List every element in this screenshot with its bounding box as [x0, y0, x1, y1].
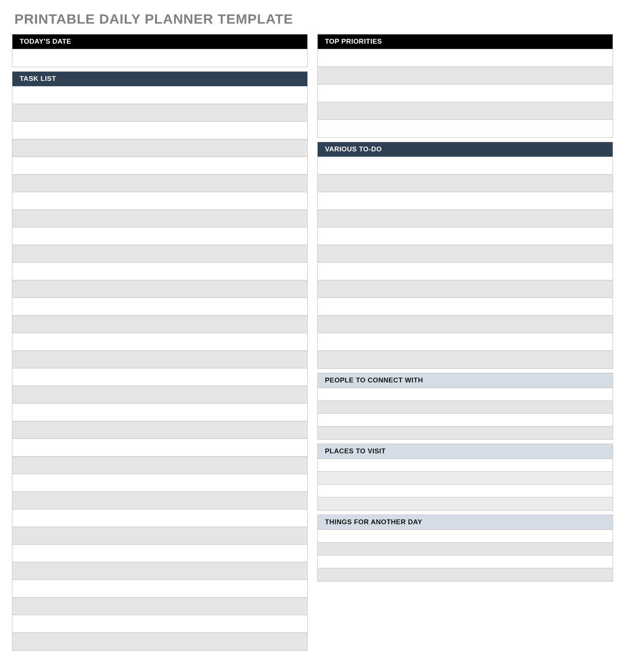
left-column: TODAY'S DATE TASK LIST	[12, 34, 308, 651]
top-priorities-section: TOP PRIORITIES	[317, 34, 613, 138]
task-row[interactable]	[12, 122, 307, 139]
planner-columns: TODAY'S DATE TASK LIST	[12, 34, 613, 651]
task-row[interactable]	[12, 404, 307, 421]
task-row[interactable]	[12, 210, 307, 227]
todo-row[interactable]	[318, 351, 613, 368]
another-day-row[interactable]	[318, 568, 613, 581]
priority-row[interactable]	[318, 85, 613, 102]
todo-row[interactable]	[318, 316, 613, 333]
top-priorities-header: TOP PRIORITIES	[318, 34, 613, 49]
task-row[interactable]	[12, 598, 307, 615]
task-row[interactable]	[12, 333, 307, 351]
various-todo-header: VARIOUS TO-DO	[318, 142, 613, 157]
priority-row[interactable]	[318, 102, 613, 120]
task-row[interactable]	[12, 474, 307, 492]
todo-row[interactable]	[318, 333, 613, 351]
task-row[interactable]	[12, 280, 307, 298]
places-row[interactable]	[318, 485, 613, 497]
another-day-row[interactable]	[318, 555, 613, 568]
task-row[interactable]	[12, 104, 307, 122]
people-row[interactable]	[318, 427, 613, 439]
places-row[interactable]	[318, 472, 613, 485]
task-row[interactable]	[12, 139, 307, 157]
places-row[interactable]	[318, 459, 613, 472]
task-row[interactable]	[12, 633, 307, 650]
todo-row[interactable]	[318, 245, 613, 263]
various-todo-section: VARIOUS TO-DO	[317, 142, 613, 369]
task-row[interactable]	[12, 439, 307, 457]
people-row[interactable]	[318, 414, 613, 427]
task-row[interactable]	[12, 87, 307, 104]
places-visit-section: PLACES TO VISIT	[317, 444, 613, 511]
todo-row[interactable]	[318, 157, 613, 175]
people-connect-header: PEOPLE TO CONNECT WITH	[318, 373, 613, 388]
todays-date-section: TODAY'S DATE	[12, 34, 308, 67]
page-title: PRINTABLE DAILY PLANNER TEMPLATE	[14, 11, 613, 27]
task-row[interactable]	[12, 421, 307, 439]
todays-date-header: TODAY'S DATE	[12, 34, 307, 49]
todo-row[interactable]	[318, 192, 613, 210]
task-row[interactable]	[12, 615, 307, 633]
task-row[interactable]	[12, 492, 307, 509]
people-row[interactable]	[318, 401, 613, 414]
priority-row[interactable]	[318, 67, 613, 85]
task-row[interactable]	[12, 245, 307, 263]
task-row[interactable]	[12, 545, 307, 562]
task-row[interactable]	[12, 227, 307, 245]
places-visit-header: PLACES TO VISIT	[318, 444, 613, 459]
places-row[interactable]	[318, 497, 613, 510]
todo-row[interactable]	[318, 227, 613, 245]
task-list-header: TASK LIST	[12, 72, 307, 87]
another-day-row[interactable]	[318, 530, 613, 543]
task-row[interactable]	[12, 192, 307, 210]
task-row[interactable]	[12, 580, 307, 598]
task-list-section: TASK LIST	[12, 71, 308, 651]
task-row[interactable]	[12, 298, 307, 316]
todo-row[interactable]	[318, 298, 613, 316]
another-day-section: THINGS FOR ANOTHER DAY	[317, 515, 613, 581]
priority-row[interactable]	[318, 120, 613, 137]
task-row[interactable]	[12, 175, 307, 192]
todo-row[interactable]	[318, 175, 613, 192]
task-row[interactable]	[12, 351, 307, 368]
todo-row[interactable]	[318, 210, 613, 227]
task-row[interactable]	[12, 157, 307, 175]
task-row[interactable]	[12, 562, 307, 580]
another-day-header: THINGS FOR ANOTHER DAY	[318, 515, 613, 530]
task-row[interactable]	[12, 509, 307, 527]
task-row[interactable]	[12, 316, 307, 333]
people-row[interactable]	[318, 388, 613, 401]
task-row[interactable]	[12, 386, 307, 404]
task-row[interactable]	[12, 527, 307, 545]
todays-date-field[interactable]	[12, 49, 307, 67]
right-column: TOP PRIORITIES VARIOUS TO-DO PEOPLE TO C…	[317, 34, 613, 651]
priority-row[interactable]	[318, 49, 613, 67]
task-row[interactable]	[12, 263, 307, 280]
another-day-row[interactable]	[318, 543, 613, 555]
task-row[interactable]	[12, 368, 307, 386]
todo-row[interactable]	[318, 263, 613, 280]
todo-row[interactable]	[318, 280, 613, 298]
people-connect-section: PEOPLE TO CONNECT WITH	[317, 373, 613, 440]
task-row[interactable]	[12, 457, 307, 474]
